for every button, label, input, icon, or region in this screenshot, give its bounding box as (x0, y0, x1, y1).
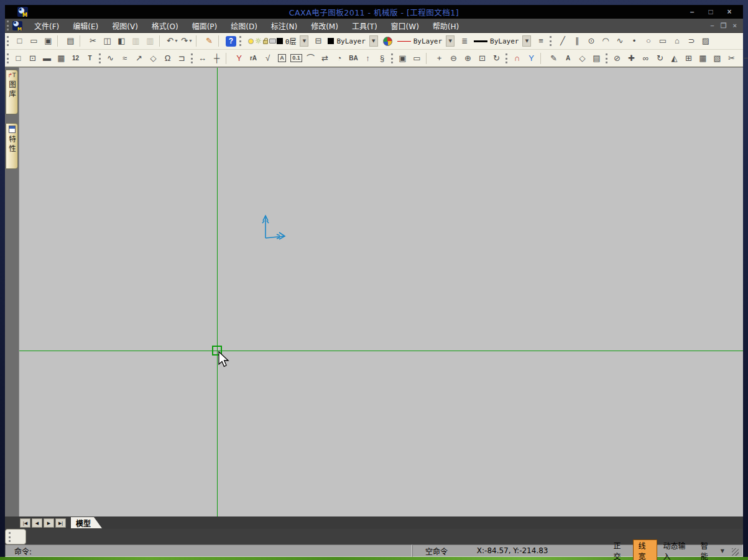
datum-button[interactable]: A (275, 52, 289, 65)
profile-tool[interactable]: ◇ (146, 52, 160, 65)
zoom-all-button[interactable]: ⊡ (475, 52, 489, 65)
linear-dimension-button[interactable]: ↔ (195, 52, 210, 65)
help-button[interactable]: ? (224, 34, 238, 48)
spline-tool[interactable]: ∿ (612, 34, 627, 48)
hatch-tool[interactable]: ▨ (698, 34, 713, 48)
last-sheet-button[interactable]: ▶| (55, 518, 66, 528)
menu-file[interactable]: 文件(F) (27, 19, 66, 33)
open-file-button[interactable]: ▭ (27, 34, 41, 48)
color-wheel-button[interactable] (381, 34, 395, 48)
linetype-dropdown-button[interactable]: ▼ (446, 35, 455, 47)
menu-view[interactable]: 视图(V) (105, 19, 145, 33)
tolerance-button[interactable]: 0.1 (289, 52, 303, 65)
menu-help[interactable]: 帮助(H) (426, 19, 466, 33)
copy-with-basepoint-button[interactable]: ◧ (114, 34, 129, 48)
break-line-tool[interactable]: ≈ (118, 52, 132, 65)
first-sheet-button[interactable]: |◀ (20, 518, 30, 528)
snap-mode-select[interactable]: 智能 (697, 540, 718, 560)
zoom-previous-button[interactable]: ↻ (489, 52, 504, 65)
copy-object-button[interactable]: ∞ (639, 52, 653, 65)
save-file-button[interactable]: ▣ (41, 34, 55, 48)
trim-button[interactable]: ✂ (724, 52, 739, 65)
ellipse-tool[interactable]: ○ (641, 34, 655, 48)
lineweight-toggle[interactable]: 线宽 (633, 539, 657, 560)
print-button[interactable]: ▤ (63, 34, 78, 48)
snap-mode-caret-icon[interactable]: ▼ (721, 548, 724, 554)
roughness-button[interactable]: √ (261, 52, 275, 65)
linetype-manager-button[interactable]: ≣ (457, 34, 471, 48)
zoom-out-button[interactable]: ⊖ (446, 52, 461, 65)
show-window-button[interactable]: ▣ (395, 52, 410, 65)
properties-edit-button[interactable]: ▤ (589, 52, 604, 65)
table-button[interactable]: ▦ (54, 52, 68, 65)
lineweight-manager-button[interactable]: ≡ (533, 34, 548, 48)
extend-button[interactable]: − (739, 52, 748, 65)
contour-tool[interactable]: ⊃ (684, 34, 698, 48)
mirror-button[interactable]: ◭ (667, 52, 681, 65)
text-edit-button[interactable]: A (561, 52, 575, 65)
magnet-snap-button[interactable]: ∩ (510, 52, 524, 65)
color-combo[interactable]: ByLayer ▼ (326, 35, 379, 47)
chamfer-dimension-button[interactable]: Y (232, 52, 246, 65)
drawing-canvas[interactable] (19, 67, 743, 516)
layer-manager-button[interactable]: ⊟ (311, 34, 325, 48)
serial-number-button[interactable]: 12 (68, 52, 83, 65)
smart-snap-button[interactable]: Y (524, 52, 538, 65)
undo-button[interactable]: ↶▼ (165, 34, 180, 48)
move-button[interactable]: ✚ (624, 52, 639, 65)
line-tool[interactable]: ╱ (555, 34, 570, 48)
wave-line-tool[interactable]: ∿ (103, 52, 118, 65)
text-annotation-button[interactable]: ⇄ (318, 52, 332, 65)
point-tool[interactable]: • (627, 34, 641, 48)
linetype-combo[interactable]: ByLayer ▼ (396, 35, 456, 47)
leader-button[interactable]: rA (246, 52, 261, 65)
library-tab[interactable]: ↱T 图库 (6, 70, 18, 114)
next-sheet-button[interactable]: ▶ (44, 518, 54, 528)
color-dropdown-button[interactable]: ▼ (369, 35, 378, 47)
properties-tab[interactable]: 特性 (6, 123, 18, 169)
array-button[interactable]: ⊞ (681, 52, 696, 65)
lineweight-combo[interactable]: ByLayer ▼ (473, 35, 532, 47)
rotate-button[interactable]: ↻ (653, 52, 667, 65)
circle-tool[interactable]: ⊙ (584, 34, 598, 48)
menu-tools[interactable]: 工具(T) (345, 19, 384, 33)
curve-dimension-button[interactable]: ⌒ (303, 52, 318, 65)
prev-sheet-button[interactable]: ◀ (32, 518, 42, 528)
polygon-tool[interactable]: ⌂ (670, 34, 684, 48)
zoom-in-button[interactable]: ⊕ (461, 52, 475, 65)
menu-format[interactable]: 格式(O) (145, 19, 185, 33)
parallel-line-tool[interactable]: ∥ (570, 34, 584, 48)
paste-array-button[interactable]: ▦ (696, 52, 710, 65)
minimize-button[interactable]: – (687, 7, 697, 16)
command-bar-handle[interactable] (5, 529, 26, 544)
mdi-restore-button[interactable]: ❐ (721, 22, 727, 30)
mdi-minimize-button[interactable]: – (711, 22, 714, 30)
dynamic-input-toggle[interactable]: 动态输入 (660, 540, 695, 560)
match-properties-button[interactable]: ✎ (547, 52, 561, 65)
menu-sheet[interactable]: 幅面(P) (185, 19, 224, 33)
resize-grip[interactable] (732, 548, 739, 556)
show-pan-button[interactable]: ▭ (410, 52, 424, 65)
menu-edit[interactable]: 编辑(E) (66, 19, 105, 33)
close-button[interactable]: × (724, 7, 734, 16)
command-prompt-area[interactable]: 命令: (5, 544, 412, 557)
format-painter-button[interactable]: ✎ (202, 34, 216, 48)
model-sheet-tab[interactable]: 模型 (71, 517, 102, 528)
copy-button[interactable]: ◫ (100, 34, 114, 48)
ortho-toggle[interactable]: 正交 (609, 540, 630, 560)
erase-button[interactable]: ⊘ (610, 52, 624, 65)
menu-modify[interactable]: 修改(M) (304, 19, 345, 33)
menu-draw[interactable]: 绘图(D) (224, 19, 264, 33)
cut-button[interactable]: ✂ (86, 34, 100, 48)
arc-tool[interactable]: ◠ (598, 34, 612, 48)
document-icon[interactable]: ◕M (12, 21, 22, 30)
menu-dimension[interactable]: 标注(N) (264, 19, 304, 33)
paper-setup-button[interactable]: □ (11, 52, 25, 65)
arrow-dimension-button[interactable]: ↑ (361, 52, 375, 65)
text-button[interactable]: T (83, 52, 97, 65)
maximize-button[interactable]: □ (706, 7, 716, 16)
arrow-tool[interactable]: ↗ (132, 52, 146, 65)
title-block-button[interactable]: ▬ (40, 52, 54, 65)
paper-resize-button[interactable]: ⊡ (25, 52, 40, 65)
stretch-button[interactable]: ▧ (710, 52, 724, 65)
